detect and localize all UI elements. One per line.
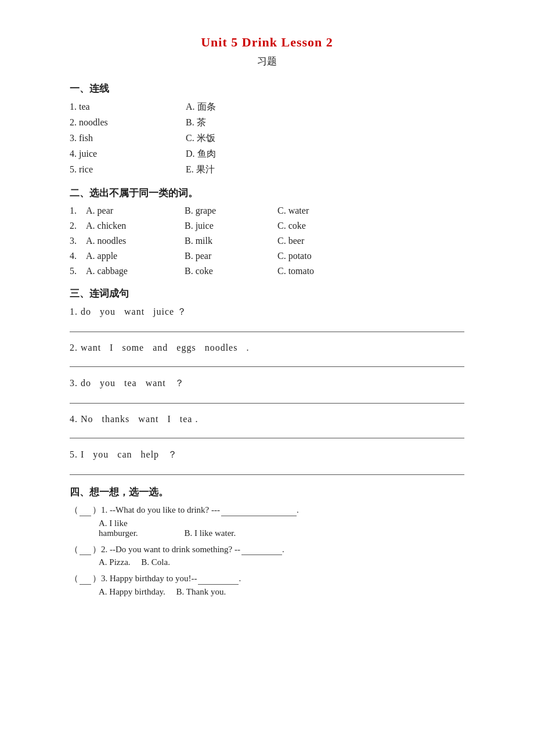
page-title: Unit 5 Drink Lesson 2 — [70, 35, 464, 50]
match-right-2: B. 茶 — [186, 117, 290, 129]
match-right-4: D. 鱼肉 — [186, 148, 290, 160]
match-right-3: C. 米饭 — [186, 132, 290, 145]
match-row-5: 5. rice E. 果汁 — [70, 164, 464, 176]
match-right-1: A. 面条 — [186, 101, 290, 113]
section4-list: （ ）1. --What do you like to drink? --- .… — [70, 505, 464, 597]
answer-line-3 — [70, 393, 464, 404]
sentence-item-4: 4. No thanks want I tea . — [70, 414, 464, 424]
answer-line-1 — [70, 322, 464, 332]
match-row-4: 4. juice D. 鱼肉 — [70, 148, 464, 160]
section4-header: 四、想一想，选一选。 — [70, 485, 464, 499]
choice-item-1: （ ）1. --What do you like to drink? --- .… — [70, 505, 464, 538]
classify-row-4: 4. A. apple B. pear C. potato — [70, 251, 464, 261]
match-right-5: E. 果汁 — [186, 164, 290, 176]
match-left-4: 4. juice — [70, 149, 186, 159]
match-row-3: 3. fish C. 米饭 — [70, 132, 464, 145]
classify-row-1: 1. A. pear B. grape C. water — [70, 206, 464, 216]
subtitle: 习题 — [70, 55, 464, 68]
classify-row-2: 2. A. chicken B. juice C. coke — [70, 221, 464, 231]
match-left-2: 2. noodles — [70, 117, 186, 128]
classify-row-3: 3. A. noodles B. milk C. beer — [70, 236, 464, 246]
choice-item-2: （ ）2. --Do you want to drink something? … — [70, 544, 464, 568]
match-row-2: 2. noodles B. 茶 — [70, 117, 464, 129]
sentence-item-5: 5. I you can help ？ — [70, 449, 464, 461]
match-left-5: 5. rice — [70, 164, 186, 175]
sentence-item-3: 3. do you tea want ？ — [70, 377, 464, 390]
answer-line-5 — [70, 465, 464, 475]
section2-header: 二、选出不属于同一类的词。 — [70, 186, 464, 200]
section2-list: 1. A. pear B. grape C. water 2. A. chick… — [70, 206, 464, 276]
choice-item-3: （ ）3. Happy birthday to you!-- . A. Happ… — [70, 573, 464, 597]
sentence-item-2: 2. want I some and eggs noodles . — [70, 343, 464, 353]
answer-line-4 — [70, 428, 464, 438]
section3-header: 三、连词成句 — [70, 287, 464, 300]
match-left-3: 3. fish — [70, 133, 186, 143]
match-left-1: 1. tea — [70, 102, 186, 112]
match-row-1: 1. tea A. 面条 — [70, 101, 464, 113]
sentence-item-1: 1. do you want juice ？ — [70, 306, 464, 318]
answer-line-2 — [70, 357, 464, 367]
section1-header: 一、连线 — [70, 82, 464, 95]
section3-list: 1. do you want juice ？ 2. want I some an… — [70, 306, 464, 475]
section1-match-list: 1. tea A. 面条 2. noodles B. 茶 3. fish C. … — [70, 101, 464, 176]
classify-row-5: 5. A. cabbage B. coke C. tomato — [70, 266, 464, 276]
